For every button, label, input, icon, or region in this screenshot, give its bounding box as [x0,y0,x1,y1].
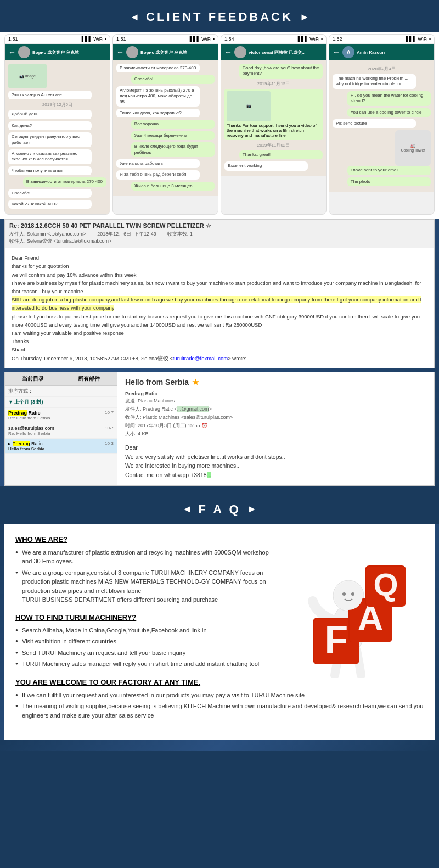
email-2-sidebar: 当前目录 所有邮件 排序方式： ▼ 上个月 (3 封) Predrag Rati… [5,372,117,485]
email-2-size: 大小: 4 KB [125,430,426,438]
svg-point-13 [351,592,354,596]
email-2-to-email: 收件人: Plastic Machines <sales@turuiplas.c… [125,414,426,421]
faq-who-bullets: We are a manufacturer of plastic extrusi… [15,548,275,604]
faq-how-bullet-1: Search Alibaba, Made in China,Google,You… [15,626,275,635]
email-2-from-email: 发件人: Predrag Ratic <...@gmail.com> [125,406,426,413]
faq-how-bullet-2: Visit exhibition in different countries [15,637,275,646]
email-sidebar-item-3[interactable]: ▸ Predrag Ratic 10-3 Hello from Serbia [5,439,117,454]
factory-title: YOU ARE WELCOME TO OUR FACTORY AT ANY TI… [15,678,424,686]
email-period-group: ▼ 上个月 (3 封) [5,397,117,408]
faq-text-column: WHO WE ARE? We are a manufacturer of pla… [15,535,284,678]
email-2-date: 时间: 2017年10月3日 (周二) 15:55 ⏰ [125,422,426,429]
email-2-sender-row: Predrag Ratic [125,391,426,396]
svg-text:F: F [324,618,348,661]
email-1-date: 2018年12月6日, 下午12:49 [97,231,156,238]
phone-chat-header-4: ← A Amin Kazoun [329,44,434,60]
phone-screenshot-1: 1:51 ▌▌▌ WiFi ▪ ← Борис 成交客户 乌克兰 📷 image… [4,34,110,215]
phone-screenshots-row: 1:51 ▌▌▌ WiFi ▪ ← Борис 成交客户 乌克兰 📷 image… [0,32,439,219]
email-1-body: Dear Friend thanks for your quotation we… [5,248,434,367]
right-arrow-icon: ► [300,12,309,23]
email-2-subject: Hello from Serbia ★ [125,378,426,387]
faq-how-title: HOW TO FIND TURUI MACHINERY? [15,613,275,621]
phone-screenshot-3: 1:54 ▌▌▌ WiFi ▪ ← victor cenai 阿格拉 已成交..… [221,34,327,215]
email-sidebar-item-2[interactable]: sales@turuiplas.com 10-7 Re: Hello from … [5,423,117,439]
client-feedback-section: ◄ CLIENT FEEDBACK ► 1:51 ▌▌▌ WiFi ▪ ← Бо… [0,0,439,486]
svg-point-12 [342,592,346,596]
faq-how-to-find: HOW TO FIND TURUI MACHINERY? Search Alib… [15,613,275,669]
email-2-container: 当前目录 所有邮件 排序方式： ▼ 上个月 (3 封) Predrag Rati… [4,372,435,486]
phone-status-2: 1:51 ▌▌▌ WiFi ▪ [113,35,218,44]
email-1-to: 收件人: Selena饺饺 <turuitrade@foxmail.com> [9,238,430,245]
factory-bullets: If we can fullfill your request and you … [15,691,424,720]
bottom-padding [0,740,439,751]
email-1-size: 收文本数: 1 [167,231,193,238]
factory-bullet-2: The meaning of visiting supplier,because… [15,702,424,720]
phone-chat-header-3: ← victor cenai 阿格拉 已成交... [221,44,326,60]
faq-left-arrow-icon: ◄ [182,503,192,515]
sidebar-tab-current[interactable]: 当前目录 [5,372,61,385]
client-feedback-title: CLIENT FEEDBACK [146,10,293,24]
faq-how-bullet-4: TURUI Machinery sales manager will reply… [15,659,275,669]
phone-chat-header-2: ← Борис 成交客户 乌克兰 [113,44,218,60]
faq-title: F A Q [198,502,240,517]
faq-how-bullets: Search Alibaba, Made in China,Google,You… [15,626,275,669]
phone-screenshot-4: 1:52 ▌▌▌ WiFi ▪ ← A Amin Kazoun 2020年2月4… [329,34,435,215]
email-sort-label: 排序方式： [5,386,117,397]
phone-status-4: 1:52 ▌▌▌ WiFi ▪ [329,35,434,44]
faq-who-title: WHO WE ARE? [15,535,275,544]
factory-welcome-section: YOU ARE WELCOME TO OUR FACTORY AT ANY TI… [4,678,435,740]
email-1-header: Re: 2018.12.6CCH 50 40 PET PARALLEL TWIN… [5,220,434,248]
phone-status-1: 1:51 ▌▌▌ WiFi ▪ [5,35,110,44]
sidebar-tab-all[interactable]: 所有邮件 [61,372,117,385]
email-2-main: Hello from Serbia ★ Predrag Ratic 发送: Pl… [117,372,434,485]
phone-screenshot-2: 1:51 ▌▌▌ WiFi ▪ ← Борис 成交客户 乌克兰 В завис… [112,34,218,215]
faq-section: ◄ F A Q ► WHO WE ARE? We are a manufactu… [0,492,439,751]
faq-who-bullet-2: We are a group company,consist of 3 comp… [15,568,275,604]
svg-text:Q: Q [373,567,398,602]
factory-bullet-1: If we can fullfill your request and you … [15,691,424,700]
phone-status-3: 1:54 ▌▌▌ WiFi ▪ [221,35,326,44]
faq-who-bullet-1: We are a manufacturer of plastic extrusi… [15,548,275,566]
email-2-body: Dear We are very satisfy with peletiser … [125,443,426,480]
star-icon: ★ [192,378,199,387]
left-arrow-icon: ◄ [130,12,139,23]
faq-how-bullet-3: Send TURUI Machinery an request and tell… [15,648,275,658]
faq-content-area: WHO WE ARE? We are a manufacturer of pla… [4,524,435,740]
email-sidebar-tabs: 当前目录 所有邮件 [5,372,117,386]
email-1-subject: Re: 2018.12.6CCH 50 40 PET PARALLEL TWIN… [9,222,430,229]
faq-who-we-are: WHO WE ARE? We are a manufacturer of pla… [15,535,275,604]
faq-3d-image: F A Q [288,535,420,678]
email-1-container: Re: 2018.12.6CCH 50 40 PET PARALLEL TWIN… [4,219,435,368]
client-feedback-header: ◄ CLIENT FEEDBACK ► [0,0,439,32]
faq-image-column: F A Q [284,535,424,678]
faq-main-content: WHO WE ARE? We are a manufacturer of pla… [4,524,435,678]
svg-point-11 [334,581,363,610]
phone-chat-area-1: 📷 image Это сквизер в Аргентине 2019年12月… [5,60,110,214]
phone-chat-header-1: ← Борис 成交客户 乌克兰 [5,44,110,60]
email-2-from-label: 发送: Plastic Machines [125,397,426,405]
email-sidebar-item-1[interactable]: Predrag Ratic 10-7 Re: Hello from Serbia [5,408,117,423]
faq-header: ◄ F A Q ► [0,492,439,524]
faq-right-arrow-icon: ► [247,503,257,515]
phone-chat-area-4: 2020年2月4日 The machine working fine Probl… [329,60,434,192]
phone-chat-area-3: Good day ,how are you? how about the pay… [221,60,326,176]
email-1-from: 发件人: Solaimin <...@yahoo.com> [9,231,86,238]
phone-chat-area-2: В зависимости от материала 270-400 Спаси… [113,60,218,196]
